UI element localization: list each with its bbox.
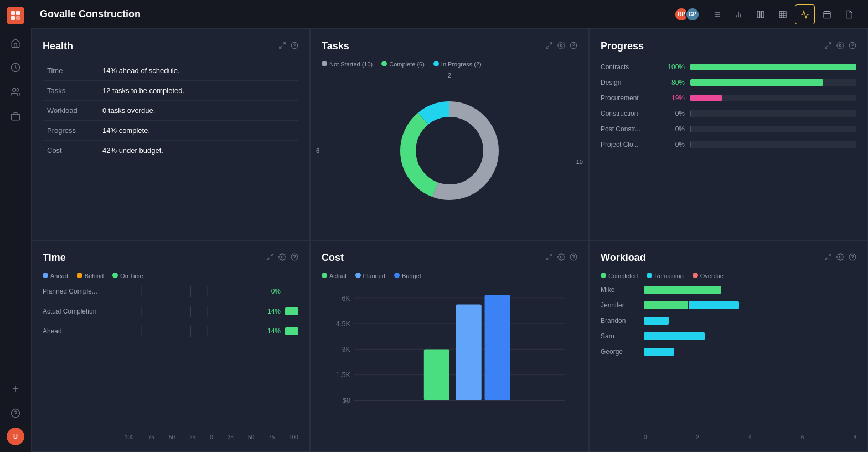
tasks-help-icon[interactable]: [570, 42, 577, 51]
workload-expand-icon[interactable]: [824, 253, 832, 263]
progress-bar-fill: [690, 95, 722, 101]
progress-settings-icon[interactable]: [836, 42, 844, 51]
workload-settings-icon[interactable]: [836, 253, 844, 263]
toolbar-barchart-btn[interactable]: [728, 4, 748, 24]
progress-row-pct: 0%: [662, 125, 685, 133]
sidebar-item-briefcase[interactable]: [6, 106, 25, 126]
workload-rows: Mike Jennifer: [601, 286, 856, 356]
toolbar-table-btn[interactable]: [773, 4, 793, 24]
topbar: Govalle Construction RP GP: [31, 0, 868, 29]
sidebar-user-avatar[interactable]: U: [7, 428, 24, 445]
svg-text:6K: 6K: [342, 295, 350, 302]
sidebar-item-home[interactable]: [6, 33, 25, 53]
tasks-legend: Not Started (10) Complete (6) In Progres…: [322, 61, 577, 68]
toolbar-list-btn[interactable]: [706, 4, 726, 24]
workload-row-jennifer: Jennifer: [601, 301, 856, 309]
legend-remaining: Remaining: [647, 273, 684, 279]
health-controls: [278, 42, 298, 51]
workload-bar-jennifer-remaining: [689, 301, 739, 309]
progress-row-pct: 80%: [662, 79, 685, 86]
tasks-panel: Tasks Not Started (10) Complete (6) In: [310, 29, 589, 240]
workload-name-brandon: Brandon: [601, 317, 639, 325]
time-rows: Planned Comple... 0%: [43, 286, 298, 337]
tasks-settings-icon[interactable]: [557, 42, 565, 51]
time-row-planned: Planned Comple... 0%: [43, 286, 298, 297]
workload-title: Workload: [601, 252, 646, 264]
workload-help-icon[interactable]: [849, 253, 856, 263]
workload-bars-mike: [644, 286, 856, 294]
time-pct-planned: 0%: [261, 287, 281, 295]
progress-bar-bg: [690, 64, 856, 70]
time-row-actual-label: Actual Completion: [43, 307, 120, 315]
health-table-row: Workload0 tasks overdue.: [43, 101, 298, 121]
health-expand-icon[interactable]: [278, 42, 286, 51]
donut-label-right: 10: [576, 158, 583, 165]
health-row-value: 0 tasks overdue.: [98, 101, 298, 121]
health-title: Health: [43, 40, 73, 52]
sidebar-logo[interactable]: [7, 7, 24, 24]
time-chart-area: Planned Comple... 0%: [43, 286, 298, 440]
sidebar: + U: [0, 0, 31, 452]
progress-expand-icon[interactable]: [824, 42, 832, 51]
toolbar-activity-btn[interactable]: [795, 4, 815, 24]
cost-chart-svg: 6K 4.5K 3K 1.5K $0: [322, 284, 577, 440]
svg-point-41: [281, 256, 283, 258]
health-panel: Health Time14% ahead of schedule.Tasks12…: [31, 29, 310, 240]
progress-bar-fill: [690, 79, 823, 86]
health-help-icon[interactable]: [291, 42, 298, 51]
avatar-gp: GP: [685, 7, 700, 22]
workload-bar-brandon-remaining: [644, 317, 669, 325]
health-table-row: Progress14% complete.: [43, 121, 298, 141]
time-settings-icon[interactable]: [278, 253, 286, 263]
cost-panel: Cost Actual Planned Budget: [310, 240, 589, 452]
time-help-icon[interactable]: [291, 253, 298, 263]
sidebar-help-icon[interactable]: [6, 403, 25, 423]
health-row-value: 14% ahead of schedule.: [98, 61, 298, 81]
health-row-label: Progress: [43, 121, 98, 141]
progress-row-label: Procurement: [601, 94, 656, 102]
progress-help-icon[interactable]: [849, 42, 856, 51]
health-row-label: Time: [43, 61, 98, 81]
workload-panel: Workload Completed Remaining Overdue: [589, 240, 868, 452]
workload-bar-mike-completed: [644, 286, 721, 294]
workload-bars-george: [644, 348, 856, 356]
progress-row-pct: 19%: [662, 94, 685, 102]
workload-bars-jennifer: [644, 301, 856, 309]
health-table-row: Cost42% under budget.: [43, 141, 298, 161]
main-content: Govalle Construction RP GP: [31, 0, 868, 452]
toolbar-file-btn[interactable]: [839, 4, 859, 24]
cost-settings-icon[interactable]: [557, 253, 565, 263]
progress-bar-fill: [690, 64, 856, 70]
progress-title: Progress: [601, 40, 644, 52]
cost-help-icon[interactable]: [570, 253, 577, 263]
sidebar-item-users[interactable]: [6, 82, 25, 102]
time-expand-icon[interactable]: [266, 253, 274, 263]
svg-point-5: [13, 88, 16, 91]
progress-row-label: Project Clo...: [601, 141, 656, 148]
sidebar-add-button[interactable]: +: [6, 379, 25, 399]
time-x-axis: 100 75 50 25 0 25 50 75 100: [43, 430, 298, 440]
svg-rect-6: [12, 114, 20, 120]
workload-row-george: George: [601, 348, 856, 356]
toolbar-columns-btn[interactable]: [751, 4, 771, 24]
progress-row: Construction 0%: [601, 110, 856, 117]
progress-row-pct: 100%: [662, 63, 685, 71]
svg-rect-25: [824, 11, 830, 18]
tasks-expand-icon[interactable]: [545, 42, 553, 51]
progress-rows: Contracts 100% Design 80% Procurement 19…: [601, 63, 856, 148]
workload-name-mike: Mike: [601, 286, 639, 294]
workload-bars-sam: [644, 332, 856, 340]
progress-panel: Progress Contracts 100% Design: [589, 29, 868, 240]
progress-bar-divider: [690, 126, 691, 132]
progress-bar-bg: [690, 126, 856, 132]
toolbar-calendar-btn[interactable]: [817, 4, 837, 24]
cost-expand-icon[interactable]: [545, 253, 553, 263]
svg-point-61: [839, 256, 841, 258]
svg-rect-1: [16, 11, 20, 15]
progress-panel-header: Progress: [601, 40, 856, 52]
time-bar-ahead: [285, 327, 298, 335]
progress-bar-bg: [690, 110, 856, 117]
time-row-planned-label: Planned Comple...: [43, 287, 120, 295]
sidebar-item-clock[interactable]: [6, 58, 25, 78]
workload-bar-sam-remaining: [644, 332, 705, 340]
